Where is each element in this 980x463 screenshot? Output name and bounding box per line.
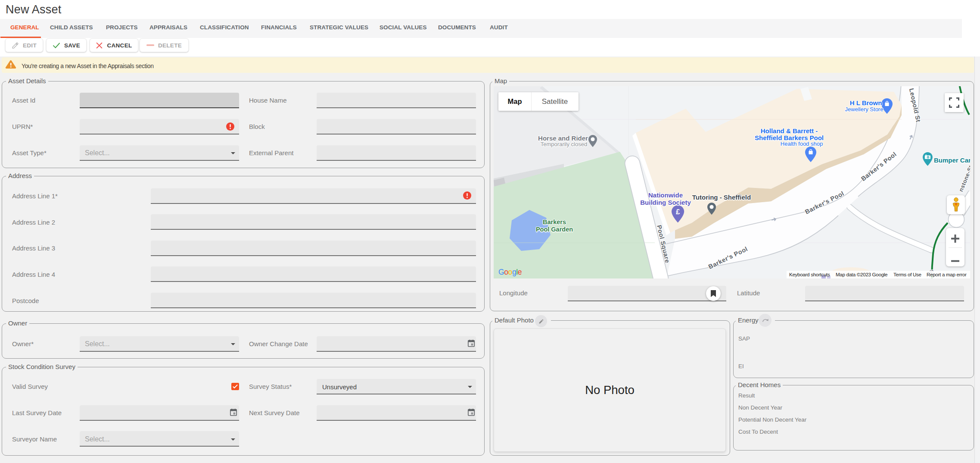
- svg-text:£: £: [676, 208, 680, 216]
